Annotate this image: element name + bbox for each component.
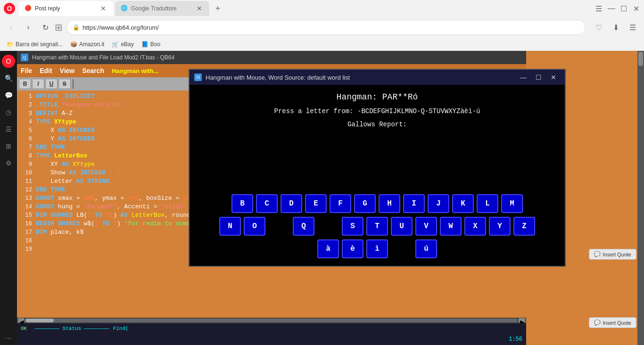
ide-taskbar-title: Hangman with Mouse and File Load Mod2 IT… (32, 54, 174, 61)
ide-timebar: 1:56 (17, 334, 526, 345)
hangman-titlebar: H Hangman with Mouse, Word Source: defau… (190, 70, 565, 85)
maximize-button[interactable]: ☐ (619, 4, 628, 13)
letter-btn-T[interactable]: T (366, 217, 388, 236)
back-button[interactable]: ‹ (4, 20, 19, 35)
sidebar-icon-apps[interactable]: ⊞ (2, 140, 15, 153)
letter-btn-L[interactable]: L (477, 194, 498, 213)
tab-favicon-post-reply: 🔴 (25, 5, 32, 12)
menu-icon[interactable]: ☰ (625, 20, 640, 35)
letter-btn-N[interactable]: N (219, 217, 241, 236)
menu-search[interactable]: Search (82, 67, 104, 74)
letter-btn-X[interactable]: X (464, 217, 486, 236)
sidebar-icon-search[interactable]: 🔍 (2, 72, 15, 85)
content-area: O 🔍 💬 ◷ ☰ ⊞ ⚙ ⋯ Q Hangman with Mouse and… (0, 51, 644, 345)
letter-btn-F[interactable]: F (330, 194, 351, 213)
ide-time: 1:56 (509, 336, 522, 343)
sidebar-icon-opera[interactable]: O (2, 55, 15, 68)
ide-scrollbar-horizontal[interactable]: ◄ ► (17, 318, 526, 323)
letter-btn-J[interactable]: J (428, 194, 449, 213)
tab-post-reply[interactable]: 🔴 Post reply ✕ (19, 1, 113, 16)
sidebar-icon-messenger[interactable]: 💬 (2, 89, 15, 102)
sidebar-icon-history[interactable]: ◷ (2, 106, 15, 119)
sidebar-icon-dots[interactable]: ⋯ (2, 332, 15, 345)
bookmark-folder[interactable]: 📁 Barra dei segnali... (4, 40, 66, 49)
letter-btn-B[interactable]: B (231, 194, 253, 213)
letter-btn-u-acute[interactable]: ú (415, 239, 437, 258)
refresh-button[interactable]: ↻ (38, 20, 53, 35)
minimize-button[interactable]: — (607, 4, 616, 13)
bookmark-label-1: Barra dei segnali... (16, 41, 63, 48)
letter-btn-C[interactable]: C (256, 194, 278, 213)
lock-icon: 🔒 (73, 24, 80, 31)
download-icon[interactable]: ⬇ (608, 20, 623, 35)
letter-btn-e-grave[interactable]: è (342, 239, 363, 258)
scroll-track (25, 319, 518, 322)
bookmark-ebay[interactable]: 🛒 eBay (109, 40, 136, 49)
scroll-thumb[interactable] (25, 319, 54, 322)
heart-icon[interactable]: ♡ (591, 20, 606, 35)
hangman-minimize-btn[interactable]: — (517, 72, 530, 82)
letter-btn-i-grave[interactable]: ì (366, 239, 388, 258)
insert-quote-button-bottom[interactable]: 💬 Insert Quote (589, 317, 636, 328)
sidebar-icon-settings[interactable]: ⚙ (2, 156, 15, 170)
scroll-left-btn[interactable]: ◄ (18, 318, 25, 323)
menu-edit[interactable]: Edit (40, 67, 52, 74)
title-bar: O 🔴 Post reply ✕ 🌐 Google Traduttore ✕ +… (0, 0, 644, 17)
bookmark-label-3: eBay (121, 41, 133, 48)
tab-title-google: Google Traduttore (131, 5, 192, 12)
tab-close-google[interactable]: ✕ (195, 4, 204, 13)
letter-btn-H[interactable]: H (379, 194, 400, 213)
hangman-window-controls: — ☐ ✕ (517, 72, 560, 82)
hangman-maximize-btn[interactable]: ☐ (532, 72, 545, 82)
letter-btn-V[interactable]: V (415, 217, 437, 236)
letter-btn-Z[interactable]: Z (513, 217, 535, 236)
tab-close-post-reply[interactable]: ✕ (99, 4, 107, 13)
letter-btn-E[interactable]: E (305, 194, 327, 213)
letter-btn-K[interactable]: K (452, 194, 474, 213)
letter-btn-Y[interactable]: Y (489, 217, 511, 236)
letter-row-2: N O Q S T U V W X Y Z (219, 217, 535, 236)
tab-favicon-google: 🌐 (121, 5, 128, 12)
menu-file[interactable]: File (21, 67, 32, 74)
scroll-right-btn[interactable]: ► (519, 318, 525, 323)
insert-quote-label-bottom: Insert Quote (603, 320, 631, 326)
toolbar-divider (73, 79, 74, 89)
ebay-icon: 🛒 (112, 41, 119, 48)
bookmark-amazon[interactable]: 📦 Amazon.it (67, 40, 107, 49)
toolbar-italic[interactable]: I (32, 79, 44, 89)
letter-btn-Q[interactable]: Q (293, 217, 314, 236)
bookmark-boo[interactable]: 📘 Boo (139, 40, 163, 49)
page-scrollbar-vertical[interactable] (637, 51, 644, 345)
nav-bar: ‹ › ↻ ⊞ 🔒 https://www.qb64.org/forum/ ♡ … (0, 17, 644, 38)
letter-btn-S[interactable]: S (342, 217, 363, 236)
amazon-icon: 📦 (70, 41, 77, 48)
new-tab-button[interactable]: + (211, 2, 224, 15)
letter-btn-D[interactable]: D (281, 194, 302, 213)
letter-btn-M[interactable]: M (501, 194, 523, 213)
insert-quote-button-top[interactable]: 💬 Insert Quote (589, 249, 636, 260)
sidebar-icon-bookmarks[interactable]: ☰ (2, 123, 15, 136)
letter-btn-G[interactable]: G (354, 194, 376, 213)
letter-btn-U[interactable]: U (391, 217, 413, 236)
hangman-close-btn[interactable]: ✕ (547, 72, 560, 82)
address-bar[interactable]: 🔒 https://www.qb64.org/forum/ (66, 20, 586, 35)
tab-google-translate[interactable]: 🌐 Google Traduttore ✕ (115, 1, 209, 16)
page-scroll-thumb[interactable] (638, 52, 643, 66)
insert-quote-icon-bottom: 💬 (594, 320, 601, 326)
toolbar-bold[interactable]: B (19, 79, 31, 89)
ide-find-label: Find( (113, 326, 129, 331)
taskbar-icon[interactable]: ☰ (594, 4, 603, 13)
hangman-title-text: Hangman with Mouse, Word Source: default… (206, 74, 350, 81)
toolbar-strike[interactable]: S (58, 79, 71, 89)
letter-btn-W[interactable]: W (440, 217, 462, 236)
toolbar-underline[interactable]: U (45, 79, 58, 89)
letter-btn-a-grave[interactable]: à (317, 239, 339, 258)
hangman-popup: H Hangman with Mouse, Word Source: defau… (189, 69, 566, 267)
tab-title-post-reply: Post reply (35, 5, 96, 12)
letter-btn-I[interactable]: I (403, 194, 425, 213)
menu-view[interactable]: View (60, 67, 75, 74)
close-button[interactable]: ✕ (632, 4, 640, 13)
forward-button[interactable]: › (21, 20, 36, 35)
grid-icon[interactable]: ⊞ (55, 22, 63, 33)
letter-btn-O[interactable]: O (244, 217, 265, 236)
